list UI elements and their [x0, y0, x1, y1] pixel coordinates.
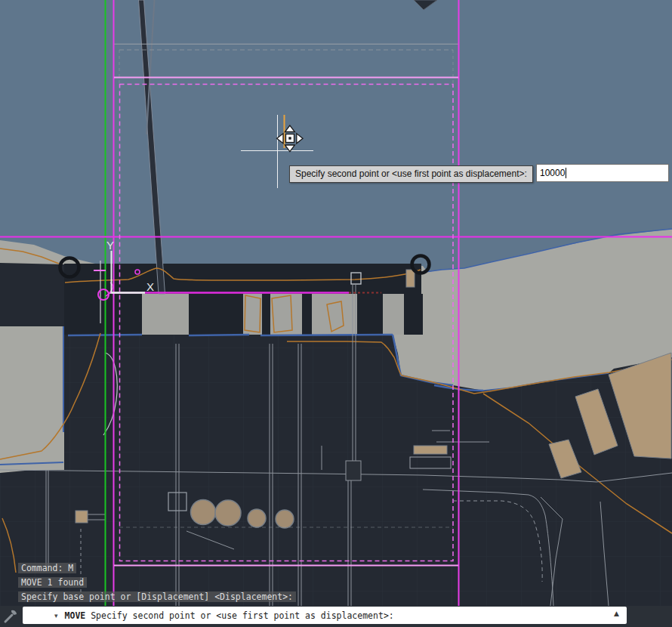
active-command: MOVE — [65, 610, 86, 621]
command-line-input[interactable]: ▾ MOVE Specify second point or <use firs… — [23, 607, 627, 624]
recent-commands-dropdown-icon[interactable]: ▾ — [54, 612, 58, 619]
dock-edge-dark — [0, 263, 64, 336]
dynamic-input-prompt: Specify second point or <use first point… — [289, 165, 533, 183]
dynamic-input-field[interactable]: 10000 — [536, 164, 669, 182]
customize-wrench-icon[interactable] — [2, 607, 19, 624]
command-history-line: Specify base point or [Displacement] <Di… — [18, 591, 296, 602]
drawing-canvas[interactable]: Y X — [0, 0, 672, 606]
boat-basin-gray — [0, 326, 64, 470]
command-prompt: Specify second point or <use first point… — [85, 610, 394, 621]
command-line-text: MOVE Specify second point or <use first … — [65, 610, 394, 621]
dynamic-input-value: 10000 — [540, 168, 565, 178]
cad-application-window: Y X Specify second point or <use first p… — [0, 0, 672, 627]
utility-block — [346, 461, 361, 480]
command-history-line: MOVE 1 found — [18, 577, 87, 588]
ucs-y-label: Y — [106, 239, 114, 252]
history-expand-icon[interactable]: ▲ — [614, 610, 619, 617]
text-caret — [566, 168, 566, 178]
command-history-line: Command: M — [18, 563, 76, 573]
ucs-x-label: X — [146, 280, 154, 293]
